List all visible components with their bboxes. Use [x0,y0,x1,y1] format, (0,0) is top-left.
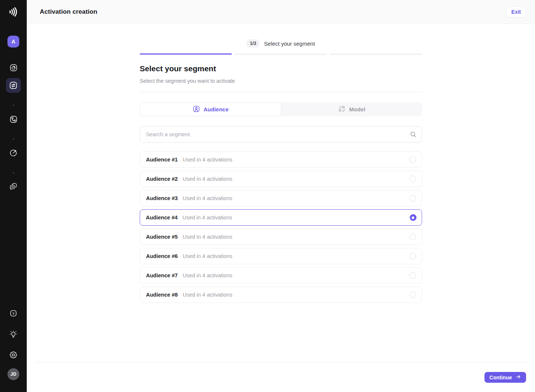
app-logo-soundwave-icon[interactable] [6,4,21,19]
segment-row[interactable]: Audience #3 Used in 4 activations [140,190,422,206]
segment-search [140,126,422,143]
segment-row[interactable]: Audience #1 Used in 4 activations [140,151,422,168]
sidebar-bottom: ? JD [6,306,21,380]
pie-chart-square-icon [9,63,18,72]
svg-text:?: ? [12,311,14,316]
step-indicator: 1/3 Select your segment [140,39,422,48]
model-icon [338,105,346,114]
nav-separator-dot [13,172,14,173]
step-badge: 1/3 [247,39,259,48]
lightbulb-icon [9,330,18,339]
segment-radio[interactable] [409,291,416,298]
segment-radio[interactable] [409,176,416,182]
segment-meta: Used in 4 activations [182,234,232,240]
top-header: Activation creation Exit [27,0,535,24]
arrow-right-icon [515,374,521,381]
segment-name: Audience #2 [146,176,178,182]
segment-list: Audience #1 Used in 4 activations Audien… [140,151,422,303]
segment-name: Audience #6 [146,253,178,259]
page-title: Activation creation [40,8,97,16]
tab-model-label: Model [349,106,365,112]
segment-name: Audience #8 [146,292,178,298]
search-input[interactable] [140,126,422,143]
chat-bubbles-icon [9,182,18,191]
segment-meta: Used in 4 activations [182,195,232,201]
sidebar-item-conversations[interactable] [6,179,21,194]
segment-meta: Used in 4 activations [182,292,232,298]
progress-bar-step-3 [330,54,422,55]
segment-radio[interactable] [409,233,416,240]
tab-model[interactable]: Model [281,102,422,116]
continue-button[interactable]: Continue [484,372,526,383]
settings-button[interactable] [6,347,21,362]
audience-person-icon [192,105,200,114]
segment-row[interactable]: Audience #6 Used in 4 activations [140,248,422,264]
tab-audience-label: Audience [204,106,229,112]
gear-icon [9,350,18,359]
segment-radio[interactable] [409,253,416,259]
segment-name: Audience #3 [146,195,178,201]
segment-name: Audience #5 [146,234,178,240]
segment-meta: Used in 4 activations [182,176,232,182]
help-button[interactable]: ? [6,306,21,321]
whats-new-button[interactable] [6,327,21,342]
segment-row[interactable]: Audience #8 Used in 4 activations [140,287,422,303]
step-progress-bars [140,53,422,55]
segment-meta: Used in 4 activations [182,157,232,163]
flow-graph-icon [9,115,18,124]
workspace-avatar[interactable]: A [7,36,19,48]
sidebar-item-flows[interactable] [6,112,21,127]
segment-radio[interactable] [409,156,416,163]
footer: Continue [36,362,526,392]
segment-name: Audience #4 [146,215,178,220]
segment-type-tabs: Audience Model [140,102,422,116]
nav-separator-dot [13,138,14,140]
segment-meta: Used in 4 activations [182,215,232,220]
segment-row[interactable]: Audience #5 Used in 4 activations [140,229,422,245]
help-icon: ? [9,309,17,317]
section-subtitle: Select the segment you want to activate [140,78,422,84]
sidebar-item-activations[interactable] [6,78,21,93]
content-area: 1/3 Select your segment Select your segm… [27,24,535,362]
sidebar: A [0,0,27,392]
segment-row[interactable]: Audience #4 Used in 4 activations [140,209,422,226]
main-area: Activation creation Exit 1/3 Select your… [27,0,535,392]
segment-name: Audience #7 [146,272,178,278]
sidebar-nav [6,60,21,194]
progress-bar-step-2 [235,54,327,55]
sidebar-item-analytics[interactable] [6,60,21,75]
step-label: Select your segment [264,40,315,47]
segment-radio[interactable] [409,195,416,202]
segment-row[interactable]: Audience #7 Used in 4 activations [140,267,422,284]
tab-audience[interactable]: Audience [140,102,281,116]
user-avatar[interactable]: JD [7,368,19,380]
nav-separator-dot [13,105,14,106]
divider [140,92,422,92]
section-title: Select your segment [140,64,422,73]
continue-label: Continue [489,375,512,380]
sidebar-item-syncs[interactable] [6,146,21,160]
search-icon [409,131,417,140]
segment-meta: Used in 4 activations [182,253,232,259]
activation-transfer-icon [9,81,18,90]
exit-button[interactable]: Exit [506,6,526,17]
segment-radio[interactable] [410,214,416,221]
sync-arrow-icon [9,148,18,157]
segment-name: Audience #1 [146,157,178,163]
segment-meta: Used in 4 activations [182,272,232,278]
segment-row[interactable]: Audience #2 Used in 4 activations [140,171,422,187]
progress-bar-step-1 [140,53,232,55]
segment-radio[interactable] [409,272,416,279]
